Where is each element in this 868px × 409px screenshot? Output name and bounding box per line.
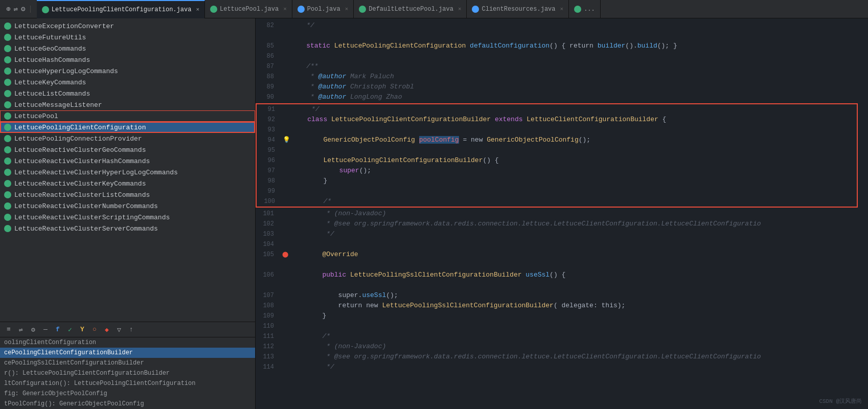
settings-icon[interactable]: ⚙ bbox=[21, 5, 25, 13]
sidebar-item-12[interactable]: LettuceReactiveClusterHashCommands bbox=[0, 155, 255, 167]
tab-close-0[interactable]: × bbox=[196, 7, 199, 13]
line-number: 90 bbox=[256, 92, 280, 102]
tab-icon-1 bbox=[210, 6, 217, 13]
tab-0[interactable]: LettucePoolingClientConfiguration.java× bbox=[37, 0, 205, 18]
sidebar-item-16[interactable]: LettuceReactiveClusterNumberCommands bbox=[0, 200, 255, 212]
tab-1[interactable]: LettucePool.java× bbox=[205, 0, 292, 18]
class-icon-14 bbox=[4, 180, 11, 187]
sidebar-item-17[interactable]: LettuceReactiveClusterScriptingCommands bbox=[0, 212, 255, 223]
line-gutter: 💡 bbox=[281, 135, 291, 145]
tab-close-3[interactable]: × bbox=[458, 6, 462, 12]
sidebar-item-3[interactable]: LettuceHashCommands bbox=[0, 54, 255, 65]
sidebar-item-0[interactable]: LettuceExceptionConverter bbox=[0, 20, 255, 32]
tab-4[interactable]: ClientResources.java× bbox=[467, 0, 569, 18]
sidebar-item-8[interactable]: LettucePool bbox=[0, 110, 255, 122]
close2-icon[interactable]: — bbox=[41, 325, 50, 334]
code-line: 102 * @see org.springframework.data.redi… bbox=[256, 219, 868, 229]
bottom-item-6[interactable]: tPoolConfig(): GenericObjectPoolConfig bbox=[0, 399, 255, 409]
tab-bar-icons: ⊕ ⇌ ⚙ | bbox=[2, 5, 37, 13]
class-icon-15 bbox=[4, 191, 11, 198]
bulb-icon[interactable]: 💡 bbox=[283, 135, 290, 145]
sidebar-item-7[interactable]: LettuceMessageListener bbox=[0, 99, 255, 110]
sidebar-item-1[interactable]: LettuceFutureUtils bbox=[0, 32, 255, 43]
globe-icon[interactable]: ⊕ bbox=[6, 5, 10, 13]
separator: | bbox=[28, 5, 32, 13]
tab-2[interactable]: Pool.java× bbox=[292, 0, 354, 18]
code-area[interactable]: 82 */85 static LettucePoolingClientConfi… bbox=[256, 18, 868, 409]
bottom-item-3[interactable]: r(): LettucePoolingClientConfigurationBu… bbox=[0, 368, 255, 378]
line-number: 87 bbox=[256, 61, 280, 72]
sidebar-item-14[interactable]: LettuceReactiveClusterKeyCommands bbox=[0, 178, 255, 189]
f-filter-icon[interactable]: f bbox=[53, 325, 62, 334]
sidebar-item-10[interactable]: LettucePoolingConnectionProvider bbox=[0, 133, 255, 144]
line-content: */ bbox=[291, 104, 847, 115]
sort-icon[interactable]: ⇌ bbox=[16, 325, 26, 334]
line-content: * @author Mark Paluch bbox=[290, 72, 858, 82]
tab-5[interactable]: ... bbox=[569, 0, 601, 18]
code-line: 90 * @author LongLong Zhao bbox=[256, 92, 868, 102]
bottom-item-4[interactable]: ltConfiguration(): LettucePoolingClientC… bbox=[0, 378, 255, 389]
sidebar-item-15[interactable]: LettuceReactiveClusterListCommands bbox=[0, 189, 255, 200]
code-line: 110 bbox=[256, 321, 868, 331]
sidebar-item-5[interactable]: LettuceKeyCommands bbox=[0, 77, 255, 88]
line-content: } bbox=[291, 176, 847, 186]
line-content: * (non-Javadoc) bbox=[290, 342, 858, 352]
line-number: 96 bbox=[257, 155, 281, 166]
o-filter-icon[interactable]: ○ bbox=[90, 325, 99, 334]
class-icon-9 bbox=[4, 124, 11, 131]
sidebar-item-6[interactable]: LettuceListCommands bbox=[0, 88, 255, 99]
code-line: 104 bbox=[256, 239, 868, 249]
sidebar-item-11[interactable]: LettuceReactiveClusterGeoCommands bbox=[0, 144, 255, 155]
sidebar-label-5: LettuceKeyCommands bbox=[14, 79, 86, 86]
tab-close-1[interactable]: × bbox=[283, 6, 287, 12]
class-icon-6 bbox=[4, 90, 11, 97]
sidebar-label-1: LettuceFutureUtils bbox=[14, 34, 86, 41]
line-number: 109 bbox=[256, 311, 280, 321]
tab-close-4[interactable]: × bbox=[560, 6, 564, 12]
tab-3[interactable]: DefaultLettucePool.java× bbox=[354, 0, 467, 18]
split-icon[interactable]: ⇌ bbox=[13, 5, 17, 13]
code-line bbox=[256, 280, 868, 290]
code-line: 114 */ bbox=[256, 362, 868, 372]
settings2-icon[interactable]: ⚙ bbox=[29, 325, 38, 334]
watermark: CSDN @汉风唐尚 bbox=[819, 397, 862, 405]
sidebar-label-14: LettuceReactiveClusterKeyCommands bbox=[14, 180, 146, 188]
sidebar-label-13: LettuceReactiveClusterHyperLogLogCommand… bbox=[14, 169, 178, 176]
sidebar-item-4[interactable]: LettuceHyperLogLogCommands bbox=[0, 65, 255, 77]
up-filter-icon[interactable]: ↑ bbox=[127, 325, 136, 334]
code-line: 92 class LettucePoolingClientConfigurati… bbox=[257, 115, 857, 125]
tab-icon-4 bbox=[472, 6, 479, 13]
sidebar-label-16: LettuceReactiveClusterNumberCommands bbox=[14, 202, 158, 210]
code-line: 87 /** bbox=[256, 61, 868, 72]
code-line: 112 * (non-Javadoc) bbox=[256, 342, 868, 352]
sidebar-item-2[interactable]: LettuceGeoCommands bbox=[0, 43, 255, 54]
line-number: 91 bbox=[257, 104, 281, 115]
equals-icon[interactable]: ≡ bbox=[4, 325, 13, 334]
line-number: 106 bbox=[256, 270, 280, 280]
r-filter-icon[interactable]: ◆ bbox=[102, 325, 111, 334]
tab-bar: ⊕ ⇌ ⚙ | LettucePoolingClientConfiguratio… bbox=[0, 0, 868, 18]
y-filter-icon[interactable]: Y bbox=[78, 325, 87, 334]
class-icon-18 bbox=[4, 225, 11, 232]
sidebar-label-15: LettuceReactiveClusterListCommands bbox=[14, 191, 150, 199]
line-content: * @see org.springframework.data.redis.co… bbox=[290, 219, 858, 229]
sidebar-item-18[interactable]: LettuceReactiveClusterServerCommands bbox=[0, 223, 255, 234]
bottom-item-2[interactable]: cePoolingSslClientConfigurationBuilder bbox=[0, 358, 255, 368]
line-number: 88 bbox=[256, 72, 280, 82]
sidebar-item-13[interactable]: LettuceReactiveClusterHyperLogLogCommand… bbox=[0, 167, 255, 178]
red-outline-block: 91 */92 class LettucePoolingClientConfig… bbox=[256, 103, 858, 208]
down-filter-icon[interactable]: ▽ bbox=[115, 325, 124, 334]
line-number: 92 bbox=[257, 115, 281, 125]
bottom-item-1[interactable]: cePoolingClientConfigurationBuilder bbox=[0, 348, 255, 358]
code-line: 94💡 GenericObjectPoolConfig poolConfig =… bbox=[257, 135, 857, 145]
tab-close-2[interactable]: × bbox=[345, 6, 349, 12]
code-line: 113 * @see org.springframework.data.redi… bbox=[256, 352, 868, 362]
checkmark-icon[interactable]: ✓ bbox=[65, 325, 75, 334]
bottom-item-0[interactable]: oolingClientConfiguration bbox=[0, 337, 255, 348]
line-number: 111 bbox=[256, 331, 280, 342]
line-content: super(); bbox=[291, 166, 847, 176]
sidebar-item-9[interactable]: LettucePoolingClientConfiguration bbox=[0, 122, 255, 133]
tab-icon-0 bbox=[42, 6, 49, 13]
sidebar-label-8: LettucePool bbox=[14, 112, 58, 120]
bottom-item-5[interactable]: fig: GenericObjectPoolConfig bbox=[0, 389, 255, 399]
